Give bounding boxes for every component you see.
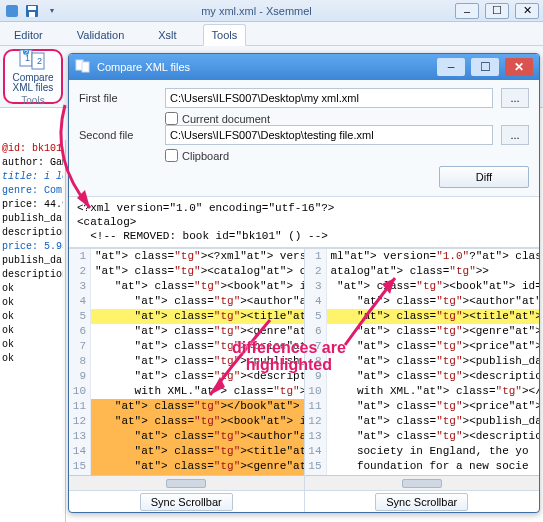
window-maximize[interactable]: ☐ [485, 3, 509, 19]
tree-line[interactable]: ok [2, 352, 63, 366]
code-line[interactable]: 15 "at"> class="tg"><genre"at"> class="t… [69, 459, 304, 474]
ribbon-section-label: Tools [21, 95, 44, 106]
code-line[interactable]: 9 "at"> class="tg"><description"at"> cla… [305, 369, 540, 384]
window-title: my xml.xml - Xsemmel [64, 5, 449, 17]
diff-summary: <?xml version="1.0" encoding="utf-16"?> … [69, 197, 539, 248]
left-sync-button[interactable]: Sync Scrollbar [140, 493, 233, 511]
ribbon-tab-xslt[interactable]: Xslt [150, 25, 184, 45]
code-line[interactable]: 1"at"> class="tg"><?xml"at"> version="1.… [69, 249, 304, 264]
dialog-icon [75, 58, 91, 76]
tree-line[interactable]: title: i love f [2, 170, 63, 184]
tree-line[interactable]: description [2, 226, 63, 240]
code-line[interactable]: 10 with XML."at"> class="tg"></descripti… [69, 384, 304, 399]
clipboard-checkbox[interactable] [165, 149, 178, 162]
code-line[interactable]: 11 "at"> class="tg"></book"at"> class="t… [69, 399, 304, 414]
tree-line[interactable]: publish_dat [2, 254, 63, 268]
tree-line[interactable]: description [2, 268, 63, 282]
tree-line[interactable]: publish_dat [2, 212, 63, 226]
code-line[interactable]: 5 "at"> class="tg"><title"at"> class="tg… [305, 309, 540, 324]
structure-tree: @id: bk101author: Gamtitle: i love fgenr… [0, 140, 66, 522]
dialog-maximize[interactable]: ☐ [471, 58, 499, 76]
svg-rect-0 [6, 5, 18, 17]
dialog-title: Compare XML files [97, 61, 190, 73]
code-line[interactable]: 11 "at"> class="tg"><price"at"> class="t… [305, 399, 540, 414]
left-pane: 1"at"> class="tg"><?xml"at"> version="1.… [69, 249, 305, 512]
second-file-label: Second file [79, 129, 157, 141]
code-line[interactable]: 13 "at"> class="tg"><description"at"> cl… [305, 429, 540, 444]
right-sync-button[interactable]: Sync Scrollbar [375, 493, 468, 511]
diff-button[interactable]: Diff [439, 166, 529, 188]
second-file-browse[interactable]: ... [501, 125, 529, 145]
compare-icon: 12? [17, 47, 49, 73]
first-file-browse[interactable]: ... [501, 88, 529, 108]
tree-line[interactable]: ok [2, 296, 63, 310]
tree-line[interactable]: author: Gam [2, 156, 63, 170]
dialog-form: First file ... Current document Second f… [69, 80, 539, 197]
current-document-label: Current document [182, 113, 270, 125]
save-icon[interactable] [24, 3, 40, 19]
ribbon-tabs: EditorValidationXsltTools [0, 22, 543, 46]
code-line[interactable]: 15 foundation for a new socie [305, 459, 540, 474]
quick-access-toolbar: ▾ my xml.xml - Xsemmel – ☐ ✕ [0, 0, 543, 22]
code-line[interactable]: 6 "at"> class="tg"><genre"at"> class="tg… [69, 324, 304, 339]
code-line[interactable]: 10 with XML."at"> class="tg"></descripti… [305, 384, 540, 399]
window-minimize[interactable]: – [455, 3, 479, 19]
tree-line[interactable]: ok [2, 338, 63, 352]
clipboard-label: Clipboard [182, 150, 229, 162]
left-hscroll[interactable] [69, 475, 304, 490]
right-pane: 1ml"at"> version="1.0"?"at"> class="tg">… [305, 249, 540, 512]
code-line[interactable]: 4 "at"> class="tg"><author"at"> class="t… [305, 294, 540, 309]
code-line[interactable]: 4 "at"> class="tg"><author"at"> class="t… [69, 294, 304, 309]
ribbon-tab-validation[interactable]: Validation [69, 25, 133, 45]
tree-line[interactable]: @id: bk101 [2, 142, 63, 156]
first-file-input[interactable] [165, 88, 493, 108]
code-line[interactable]: 7 "at"> class="tg"><price"at"> class="tg… [305, 339, 540, 354]
code-line[interactable]: 7 "at"> class="tg"><price"at"> class="tg… [69, 339, 304, 354]
svg-text:2: 2 [37, 56, 42, 66]
code-line[interactable]: 2"at"> class="tg"><catalog"at"> class="t… [69, 264, 304, 279]
right-hscroll[interactable] [305, 475, 540, 490]
svg-rect-3 [29, 12, 35, 17]
code-line[interactable]: 3 "at"> class="tg"><book"at"> id="bk101"… [305, 279, 540, 294]
code-line[interactable]: 12 "at"> class="tg"><book"at"> id="bk102… [69, 414, 304, 429]
code-line[interactable]: 5 "at"> class="tg"><title"at"> class="tg… [69, 309, 304, 324]
code-line[interactable]: 8 "at"> class="tg"><publish_date"at"> cl… [305, 354, 540, 369]
svg-text:?: ? [24, 49, 28, 56]
dialog-minimize[interactable]: – [437, 58, 465, 76]
tree-line[interactable]: genre: Com [2, 184, 63, 198]
right-code[interactable]: 1ml"at"> version="1.0"?"at"> class="tg">… [305, 249, 540, 475]
svg-rect-2 [28, 6, 36, 10]
dropdown-icon[interactable]: ▾ [44, 3, 60, 19]
second-file-input[interactable] [165, 125, 493, 145]
code-line[interactable]: 1ml"at"> version="1.0"?"at"> class="tg">… [305, 249, 540, 264]
code-line[interactable]: 2atalog"at"> class="tg">> [305, 264, 540, 279]
current-document-checkbox[interactable] [165, 112, 178, 125]
tree-line[interactable]: price: 44.95 [2, 198, 63, 212]
code-line[interactable]: 9 "at"> class="tg"><description"at"> cla… [69, 369, 304, 384]
tree-line[interactable]: ok [2, 324, 63, 338]
code-line[interactable]: 3 "at"> class="tg"><book"at"> id="bk101"… [69, 279, 304, 294]
tree-line[interactable]: ok [2, 282, 63, 296]
code-line[interactable]: 8 "at"> class="tg"><publish_date"at"> cl… [69, 354, 304, 369]
code-line[interactable]: 14 "at"> class="tg"><title"at"> class="t… [69, 444, 304, 459]
tree-line[interactable]: ok [2, 310, 63, 324]
ribbon-tab-tools[interactable]: Tools [203, 24, 247, 46]
diff-panes: 1"at"> class="tg"><?xml"at"> version="1.… [69, 248, 539, 512]
code-line[interactable]: 13 "at"> class="tg"><author"at"> class="… [69, 429, 304, 444]
compare-label: Compare XML files [7, 73, 59, 93]
dialog-close[interactable]: ✕ [505, 58, 533, 76]
ribbon-tab-editor[interactable]: Editor [6, 25, 51, 45]
code-line[interactable]: 6 "at"> class="tg"><genre"at"> class="tg… [305, 324, 540, 339]
left-code[interactable]: 1"at"> class="tg"><?xml"at"> version="1.… [69, 249, 304, 475]
first-file-label: First file [79, 92, 157, 104]
code-line[interactable]: 12 "at"> class="tg"><publish_date"at"> c… [305, 414, 540, 429]
tree-line[interactable]: price: 5.95 [2, 240, 63, 254]
window-close[interactable]: ✕ [515, 3, 539, 19]
compare-dialog: Compare XML files – ☐ ✕ First file ... C… [68, 53, 540, 513]
app-icon [4, 3, 20, 19]
svg-rect-11 [82, 62, 89, 72]
compare-xml-group[interactable]: 12? Compare XML files Tools [3, 49, 63, 104]
code-line[interactable]: 14 society in England, the yo [305, 444, 540, 459]
dialog-titlebar[interactable]: Compare XML files – ☐ ✕ [69, 54, 539, 80]
